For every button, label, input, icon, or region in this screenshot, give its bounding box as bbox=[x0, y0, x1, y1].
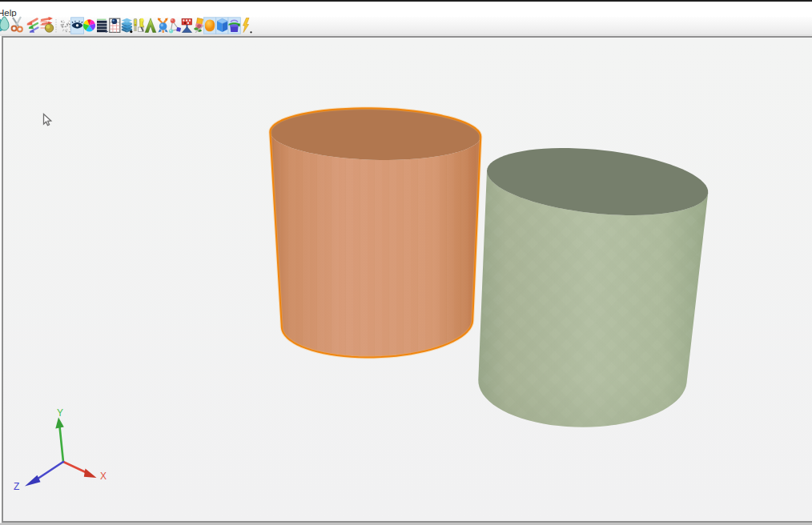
svg-text:X: X bbox=[100, 471, 107, 482]
svg-text:Help: Help bbox=[0, 8, 17, 18]
svg-text:Z: Z bbox=[14, 481, 19, 492]
svg-text:Y: Y bbox=[57, 407, 63, 419]
